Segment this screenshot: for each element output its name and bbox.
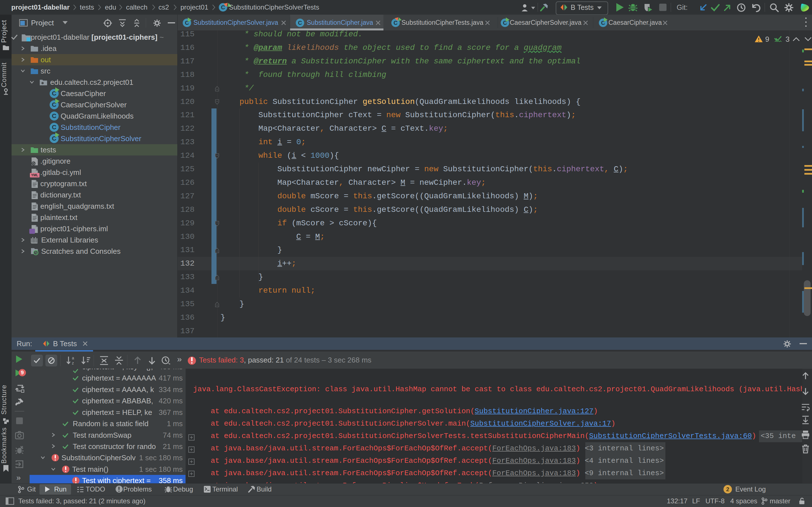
- svg-text:z: z: [72, 361, 74, 365]
- svg-text:a: a: [72, 356, 74, 360]
